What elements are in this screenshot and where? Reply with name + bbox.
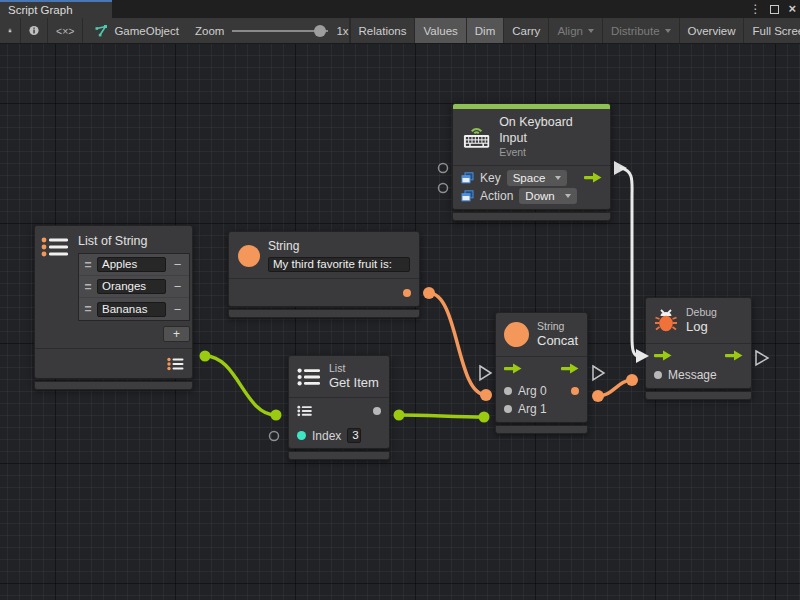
zoom-value: 1x — [336, 25, 348, 37]
drag-handle-icon[interactable]: = — [82, 258, 94, 272]
arg1-label: Arg 1 — [518, 402, 547, 416]
flow-input-arrow-icon[interactable] — [504, 363, 522, 374]
message-input-port[interactable] — [654, 371, 662, 379]
title-bar: Script Graph ⋮ × — [0, 0, 800, 18]
list-input-port-icon[interactable] — [297, 405, 312, 417]
enum-icon — [461, 172, 474, 184]
zoom-slider[interactable] — [232, 25, 328, 37]
code-view-button[interactable]: <×> — [48, 18, 83, 43]
wire-list-to-getitem[interactable] — [205, 356, 276, 415]
gameobject-icon — [93, 24, 108, 38]
list-item-row: = Bananas − — [79, 298, 189, 320]
lock-button[interactable] — [0, 18, 21, 43]
string-value-input[interactable]: My third favorite fruit is: — [268, 257, 410, 272]
index-port-label: Index — [312, 429, 341, 443]
port-row-action: Action Down — [453, 187, 610, 209]
info-button[interactable] — [21, 18, 48, 43]
index-input-port[interactable] — [297, 431, 306, 440]
node-concat[interactable]: String Concat Arg 0 — [495, 312, 588, 434]
concat-arg0-input-port[interactable] — [480, 389, 492, 401]
node-footer — [645, 391, 752, 400]
result-output-port[interactable] — [571, 387, 579, 395]
wire-concat-to-log-message[interactable] — [598, 380, 632, 396]
node-list-of-string[interactable]: List of String = Apples − = Oranges − — [34, 225, 193, 390]
arg0-input-port[interactable] — [504, 387, 512, 395]
drag-handle-icon[interactable]: = — [82, 302, 94, 316]
flow-output-arrow-icon[interactable] — [561, 363, 579, 374]
list-output-port[interactable] — [200, 351, 211, 362]
values-toggle[interactable]: Values — [415, 18, 466, 43]
node-footer — [34, 381, 193, 390]
enum-icon — [461, 190, 474, 202]
zoom-slider-thumb[interactable] — [314, 25, 326, 37]
graph-canvas[interactable]: On Keyboard Input Event Key Space — [0, 44, 800, 600]
list-output-port-icon[interactable] — [167, 357, 184, 371]
concat-result-port[interactable] — [592, 390, 604, 402]
relations-toggle[interactable]: Relations — [350, 18, 416, 43]
window-menu-icon[interactable]: ⋮ — [749, 0, 761, 18]
concat-arg1-input-port[interactable] — [479, 412, 490, 423]
node-debug-log[interactable]: Debug Log Message — [645, 297, 752, 400]
keyboard-key-input-port[interactable] — [439, 164, 448, 173]
fullscreen-button[interactable]: Full Screen — [744, 18, 800, 43]
index-input-row: Index 3 — [289, 423, 389, 448]
distribute-dropdown[interactable]: Distribute — [603, 18, 680, 43]
getitem-index-input-port[interactable] — [270, 432, 279, 441]
concat-flow-output-port[interactable] — [593, 366, 604, 380]
chevron-down-icon — [588, 29, 594, 33]
index-value-input[interactable]: 3 — [347, 428, 361, 443]
flow-output-arrow-icon[interactable] — [584, 172, 602, 183]
node-get-item[interactable]: List Get Item Index 3 — [288, 355, 390, 460]
remove-item-button[interactable]: − — [169, 302, 186, 317]
close-icon[interactable]: × — [788, 0, 796, 18]
node-category: Debug — [686, 306, 717, 319]
maximize-icon[interactable] — [770, 5, 779, 14]
wire-flow-keyboard-to-log[interactable] — [621, 168, 637, 356]
gameobject-reference[interactable]: GameObject — [83, 18, 189, 43]
list-item-input[interactable]: Oranges — [97, 279, 166, 294]
gameobject-label: GameObject — [114, 25, 179, 37]
node-title: Get Item — [329, 375, 379, 391]
distribute-label: Distribute — [611, 25, 660, 37]
arg1-input-port[interactable] — [504, 405, 512, 413]
zoom-control: Zoom 1x — [189, 18, 350, 43]
node-category: List — [329, 362, 379, 375]
flow-output-arrow-icon[interactable] — [725, 350, 743, 361]
log-flow-output-port[interactable] — [756, 351, 768, 365]
node-title: On Keyboard Input — [499, 115, 601, 146]
action-dropdown[interactable]: Down — [519, 188, 576, 204]
list-item-input[interactable]: Bananas — [97, 302, 166, 317]
drag-handle-icon[interactable]: = — [82, 280, 94, 294]
overview-button[interactable]: Overview — [680, 18, 745, 43]
key-dropdown[interactable]: Space — [507, 170, 568, 186]
string-output-port[interactable] — [403, 289, 411, 297]
string-output-port[interactable] — [423, 287, 435, 299]
item-output-port[interactable] — [373, 407, 381, 415]
zoom-label: Zoom — [195, 25, 224, 37]
string-type-icon — [504, 322, 529, 347]
node-title: List of String — [78, 234, 190, 248]
getitem-output-port[interactable] — [394, 410, 405, 421]
remove-item-button[interactable]: − — [169, 257, 186, 272]
align-dropdown[interactable]: Align — [549, 18, 603, 43]
node-on-keyboard-input[interactable]: On Keyboard Input Event Key Space — [452, 103, 611, 221]
action-port-label: Action — [480, 189, 513, 203]
dim-toggle[interactable]: Dim — [467, 18, 504, 43]
node-string-literal[interactable]: String My third favorite fruit is: — [228, 231, 420, 318]
keyboard-action-input-port[interactable] — [439, 184, 448, 193]
remove-item-button[interactable]: − — [169, 279, 186, 294]
string-type-icon — [238, 245, 260, 267]
tab-script-graph[interactable]: Script Graph — [0, 0, 112, 18]
log-message-input-port[interactable] — [626, 374, 638, 386]
list-item-input[interactable]: Apples — [97, 257, 166, 272]
carry-toggle[interactable]: Carry — [504, 18, 549, 43]
node-category: String — [537, 320, 578, 333]
flow-input-arrow-icon[interactable] — [654, 350, 672, 361]
flow-source-port-keyboard[interactable] — [614, 161, 627, 175]
wire-string-to-concat-arg0[interactable] — [429, 293, 486, 395]
wire-getitem-to-concat-arg1[interactable] — [399, 415, 484, 417]
concat-flow-input-port[interactable] — [480, 366, 491, 380]
add-item-button[interactable]: + — [163, 326, 190, 342]
script-graph-window: Script Graph ⋮ × <×> — [0, 0, 800, 600]
getitem-list-input-port[interactable] — [271, 410, 282, 421]
